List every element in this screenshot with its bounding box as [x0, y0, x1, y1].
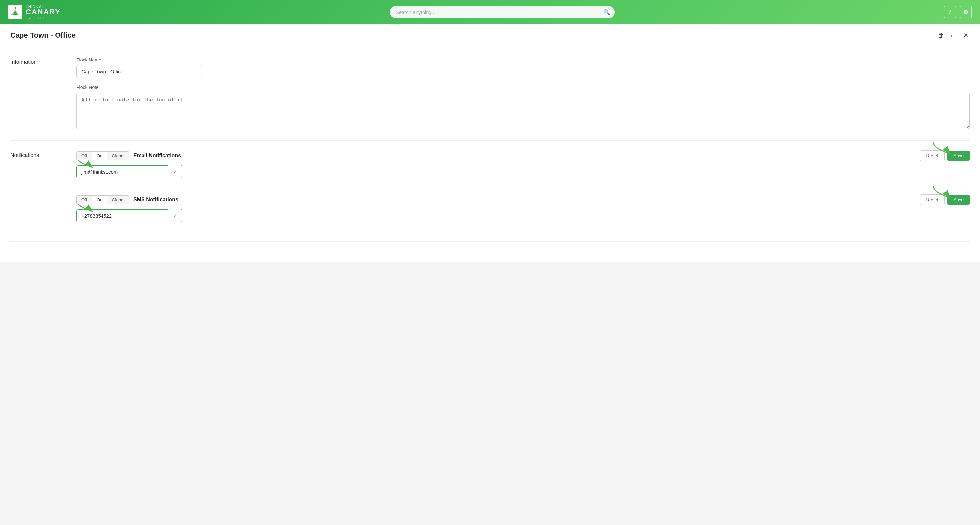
sms-toggle-global[interactable]: Global — [107, 196, 129, 204]
email-notifications-block: Off On Global Email Notifications — [76, 150, 970, 189]
information-section: Information Flock Name Flock Note — [10, 57, 970, 140]
header-actions: ? ⚙ — [943, 6, 972, 18]
notifications-label: Notifications — [10, 150, 76, 238]
back-button[interactable]: ‹ — [949, 31, 954, 40]
email-toggle-global[interactable]: Global — [107, 152, 129, 160]
logo-canary-label: CANARY — [26, 8, 60, 16]
email-toggle-on[interactable]: On — [92, 152, 107, 160]
panel-header-actions: 🗑 ‹ ✕ — [937, 30, 970, 40]
main-panel: Cape Town - Office 🗑 ‹ ✕ Information Flo… — [0, 24, 980, 262]
header: THINKST CANARY inyoni-corp.com 🔍 ? ⚙ — [0, 0, 980, 24]
sms-save-arrow — [930, 185, 953, 201]
sms-input-group: ✓ — [76, 209, 182, 222]
email-input-group: ✓ — [76, 165, 182, 178]
sms-notif-label: SMS Notifications — [133, 197, 178, 203]
content-area: Information Flock Name Flock Note Notifi… — [0, 47, 980, 261]
email-notif-label: Email Notifications — [133, 153, 181, 159]
notifications-content: Off On Global Email Notifications — [76, 150, 970, 238]
information-label: Information — [10, 57, 76, 137]
flock-name-group: Flock Name — [76, 57, 970, 78]
sms-notif-row: Off On Global SMS Notifications — [76, 194, 970, 205]
email-notif-actions: Reset Save — [920, 150, 970, 161]
flock-note-textarea[interactable] — [76, 92, 970, 129]
logo-icon — [8, 5, 22, 19]
search-icon-button[interactable]: 🔍 — [603, 9, 610, 15]
panel-header: Cape Town - Office 🗑 ‹ ✕ — [0, 24, 980, 47]
svg-rect-4 — [14, 7, 16, 9]
help-button[interactable]: ? — [943, 6, 956, 18]
sms-phone-input[interactable] — [76, 209, 168, 222]
email-notif-row: Off On Global Email Notifications — [76, 150, 970, 161]
email-notif-left: Off On Global Email Notifications — [76, 151, 181, 160]
logo-text: THINKST CANARY inyoni-corp.com — [26, 4, 60, 19]
logo: THINKST CANARY inyoni-corp.com — [8, 4, 60, 19]
sms-notifications-block: Off On Global SMS Notifications — [76, 194, 970, 233]
email-save-arrow — [930, 140, 953, 157]
search-input[interactable] — [390, 6, 615, 18]
flock-name-input[interactable] — [76, 65, 202, 78]
logo-domain-label: inyoni-corp.com — [26, 16, 60, 19]
flock-note-group: Flock Note — [76, 84, 970, 130]
sms-notif-left: Off On Global SMS Notifications — [76, 196, 178, 204]
settings-button[interactable]: ⚙ — [959, 6, 972, 18]
information-content: Flock Name Flock Note — [76, 57, 970, 137]
flock-name-label: Flock Name — [76, 57, 970, 62]
email-check-icon[interactable]: ✓ — [168, 165, 182, 178]
notifications-section: Notifications — [10, 150, 970, 242]
sms-toggle-group: Off On Global — [76, 196, 129, 204]
sms-check-icon[interactable]: ✓ — [168, 209, 182, 222]
email-input[interactable] — [76, 165, 168, 178]
sms-toggle-off[interactable]: Off — [77, 196, 92, 204]
close-button[interactable]: ✕ — [962, 30, 970, 40]
email-toggle-group: Off On Global — [76, 151, 129, 160]
search-bar: 🔍 — [390, 6, 615, 18]
flock-note-label: Flock Note — [76, 84, 970, 90]
email-toggle-off[interactable]: Off — [77, 152, 92, 160]
delete-button[interactable]: 🗑 — [937, 31, 945, 40]
page-title: Cape Town - Office — [10, 31, 76, 40]
divider — [958, 32, 958, 39]
sms-toggle-on[interactable]: On — [92, 196, 107, 204]
sms-notif-actions: Reset Save — [920, 194, 970, 205]
